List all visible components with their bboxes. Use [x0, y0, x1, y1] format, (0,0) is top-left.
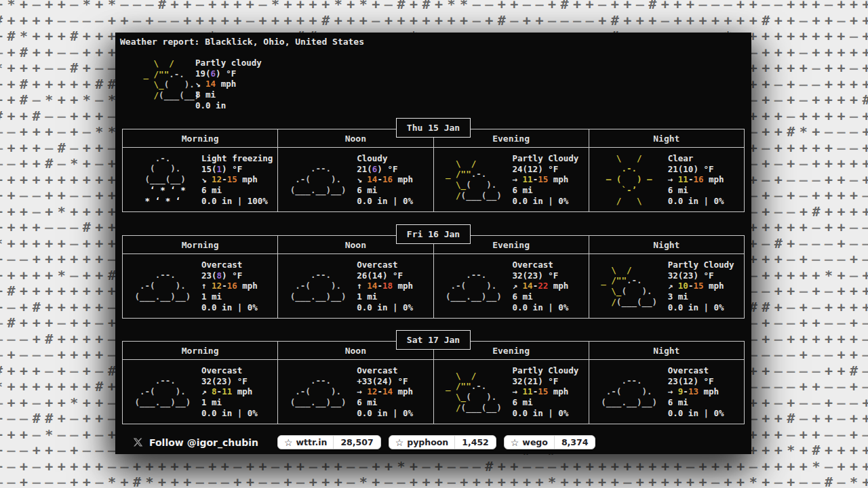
- star-count: 1,452: [454, 436, 496, 449]
- condition-label: Cloudy: [357, 153, 413, 164]
- condition-label: Overcast: [668, 365, 724, 376]
- wind: ↗ 14-22 mph: [513, 281, 569, 291]
- forecast-cell-noon: .--. .-( ). (___.__)__)Cloudy21(6) °F↘ 1…: [278, 148, 433, 211]
- condition-label: Overcast: [513, 260, 569, 270]
- overcast-icon: .--. .-( ). (___.__)__): [278, 375, 357, 407]
- forecast-day-sat: Sat 17 JanMorningNoonEveningNight .--. .…: [122, 341, 745, 424]
- day-label: Fri 16 Jan: [396, 224, 471, 244]
- precipitation: 0.0 in | 0%: [513, 196, 579, 207]
- temperature: 24(12) °F: [513, 164, 579, 175]
- repo-name: wttr.in: [296, 437, 328, 447]
- cell-text: Overcast23(12) °F→ 9-13 mph6 mi0.0 in | …: [668, 360, 724, 424]
- star-icon: ☆: [284, 438, 293, 447]
- condition-label: Overcast: [357, 365, 413, 376]
- current-conditions: \ / _ /"".-. \_( ). /(___(__) Partly clo…: [115, 58, 400, 113]
- star-icon: ☆: [511, 438, 519, 447]
- forecast-cell-noon: .--. .-( ). (___.__)__)Overcast26(14) °F…: [278, 254, 433, 318]
- wind: ↗ 8-11 mph: [201, 386, 258, 397]
- condition-label: Light freezing: [201, 153, 273, 164]
- github-star-button-wego[interactable]: ☆wego8,374: [504, 435, 596, 449]
- wind: ↘ 12-15 mph: [201, 174, 273, 185]
- wind: → 12-14 mph: [357, 386, 413, 397]
- forecast-cell-evening: .--. .-( ). (___.__)__)Overcast32(23) °F…: [434, 254, 589, 318]
- period-header-night: Night: [589, 236, 744, 253]
- condition-label: Partly Cloudy: [513, 153, 579, 164]
- cell-text: Clear21(10) °F→ 11-16 mph6 mi0.0 in | 0%: [668, 148, 724, 211]
- forecast-cell-night: \ / .-. ― ( ) ― `-’ / \Clear21(10) °F→ 1…: [589, 148, 744, 211]
- forecast-cell-evening: \ / _ /"".-. \_( ). /(___(__)Partly Clou…: [434, 360, 589, 424]
- visibility: 1 mi: [201, 291, 258, 302]
- forecast-cell-morning: .-. ( ). (___(__) ‘ * ‘ * * ‘ * ‘Light f…: [123, 148, 278, 211]
- terminal-window: Weather report: Blacklick, Ohio, United …: [115, 33, 751, 454]
- partly-cloudy-icon: \ / _ /"".-. \_( ). /(___(__): [434, 159, 513, 201]
- wind: ↗ 10-15 mph: [668, 281, 734, 291]
- cell-text: Overcast26(14) °F↑ 14-18 mph1 mi0.0 in |…: [357, 254, 413, 318]
- precipitation: 0.0 in | 0%: [668, 196, 724, 207]
- cell-text: Cloudy21(6) °F↘ 14-16 mph6 mi0.0 in | 0%: [357, 148, 413, 211]
- temperature: 32(23) °F: [668, 270, 734, 281]
- cell-text: Overcast32(23) °F↗ 14-22 mph6 mi0.0 in |…: [513, 254, 569, 318]
- wind: ↘ 14-16 mph: [357, 174, 413, 185]
- github-star-button-pyphoon[interactable]: ☆pyphoon1,452: [389, 435, 496, 449]
- wind: → 11-15 mph: [513, 386, 579, 397]
- forecast-cell-evening: \ / _ /"".-. \_( ). /(___(__)Partly Clou…: [434, 148, 589, 211]
- period-header-morning: Morning: [123, 129, 278, 147]
- temperature: 26(14) °F: [357, 270, 413, 281]
- cell-text: Partly Cloudy32(23) °F↗ 10-15 mph3 mi0.0…: [668, 254, 734, 318]
- current-condition-label: Partly cloudy: [195, 58, 262, 68]
- precipitation: 0.0 in | 0%: [513, 302, 569, 313]
- condition-label: Partly Cloudy: [513, 365, 579, 376]
- overcast-icon: .--. .-( ). (___.__)__): [123, 270, 201, 302]
- forecast-table: MorningNoonEveningNight .--. .-( ). (___…: [122, 341, 745, 424]
- ascii-pattern-row: +*+—++—*+*———#++—++++—*++++*+*+—#+#+**——…: [0, 0, 868, 12]
- follow-label: Follow @igor_chubin: [149, 437, 258, 448]
- x-logo-icon: [133, 437, 143, 447]
- forecast-cell-noon: .--. .-( ). (___.__)__)Overcast+33(24) °…: [278, 360, 433, 424]
- star-count: 8,374: [554, 436, 595, 449]
- visibility: 6 mi: [668, 185, 724, 196]
- current-wind: ↘ 14 mph: [195, 79, 262, 89]
- forecast-day-thu: Thu 15 JanMorningNoonEveningNight .-. ( …: [122, 129, 745, 212]
- github-star-button-wttrin[interactable]: ☆wttr.in28,507: [277, 435, 381, 449]
- precipitation: 0.0 in | 0%: [668, 302, 734, 313]
- visibility: 3 mi: [668, 291, 734, 302]
- period-header-morning: Morning: [123, 342, 278, 359]
- current-temperature: 19(6) °F: [195, 68, 262, 79]
- wind: → 9-13 mph: [668, 386, 724, 397]
- cell-text: Overcast23(8) °F↑ 12-16 mph1 mi0.0 in | …: [201, 254, 258, 318]
- precipitation: 0.0 in | 0%: [357, 302, 413, 313]
- condition-label: Clear: [668, 153, 724, 164]
- repo-name: wego: [522, 437, 548, 447]
- visibility: 1 mi: [201, 397, 258, 408]
- condition-label: Overcast: [357, 260, 413, 270]
- temperature: +33(24) °F: [357, 376, 413, 387]
- footer: Follow @igor_chubin ☆wttr.in28,507☆pypho…: [115, 435, 751, 449]
- precipitation: 0.0 in | 0%: [357, 408, 413, 419]
- forecast-day-fri: Fri 16 JanMorningNoonEveningNight .--. .…: [122, 235, 745, 319]
- wind: → 11-16 mph: [668, 174, 724, 185]
- visibility: 6 mi: [357, 185, 413, 196]
- overcast-icon: .--. .-( ). (___.__)__): [589, 375, 668, 407]
- ascii-pattern-row: +—+—+++++——+++++—++—++—++—++——++*+—+———#…: [0, 458, 868, 474]
- forecast-table: MorningNoonEveningNight .--. .-( ). (___…: [122, 235, 745, 319]
- twitter-follow-button[interactable]: Follow @igor_chubin: [129, 436, 262, 449]
- forecast-cell-morning: .--. .-( ). (___.__)__)Overcast23(8) °F↑…: [123, 254, 278, 318]
- wind: ↑ 14-18 mph: [357, 281, 413, 291]
- overcast-icon: .--. .-( ). (___.__)__): [278, 270, 357, 302]
- partly-cloudy-icon: \ / _ /"".-. \_( ). /(___(__): [589, 265, 668, 308]
- partly-cloudy-icon: \ / _ /"".-. \_( ). /(___(__): [434, 371, 513, 413]
- temperature: 15(1) °F: [201, 164, 273, 175]
- visibility: 6 mi: [357, 397, 413, 408]
- cloudy-icon: .--. .-( ). (___.__)__): [278, 163, 357, 195]
- temperature: 32(21) °F: [513, 376, 579, 387]
- precipitation: 0.0 in | 0%: [513, 408, 579, 419]
- ascii-pattern-row: ——+———++—*+#*+++———++——+—+++—*+——+++—+++…: [0, 474, 868, 488]
- temperature: 23(12) °F: [668, 376, 724, 387]
- visibility: 6 mi: [668, 397, 724, 408]
- condition-label: Overcast: [201, 260, 258, 270]
- forecast-table: MorningNoonEveningNight .-. ( ). (___(__…: [122, 129, 745, 212]
- temperature: 32(23) °F: [513, 270, 569, 281]
- overcast-icon: .--. .-( ). (___.__)__): [123, 375, 201, 407]
- temperature: 23(8) °F: [201, 270, 258, 281]
- wind: ↑ 12-16 mph: [201, 281, 258, 291]
